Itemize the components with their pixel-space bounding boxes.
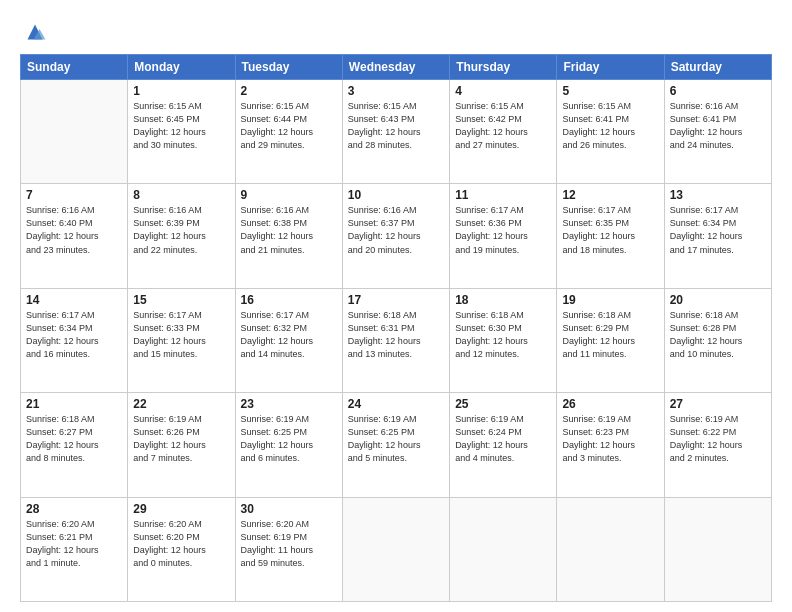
day-number: 23 xyxy=(241,397,337,411)
day-info: Sunrise: 6:19 AM Sunset: 6:24 PM Dayligh… xyxy=(455,413,551,465)
day-info: Sunrise: 6:20 AM Sunset: 6:20 PM Dayligh… xyxy=(133,518,229,570)
header xyxy=(20,18,772,46)
calendar-table: SundayMondayTuesdayWednesdayThursdayFrid… xyxy=(20,54,772,602)
day-info: Sunrise: 6:18 AM Sunset: 6:31 PM Dayligh… xyxy=(348,309,444,361)
calendar-cell xyxy=(557,497,664,601)
day-info: Sunrise: 6:20 AM Sunset: 6:19 PM Dayligh… xyxy=(241,518,337,570)
day-number: 7 xyxy=(26,188,122,202)
calendar-cell: 8Sunrise: 6:16 AM Sunset: 6:39 PM Daylig… xyxy=(128,184,235,288)
calendar-cell: 15Sunrise: 6:17 AM Sunset: 6:33 PM Dayli… xyxy=(128,288,235,392)
day-number: 12 xyxy=(562,188,658,202)
calendar-week-3: 14Sunrise: 6:17 AM Sunset: 6:34 PM Dayli… xyxy=(21,288,772,392)
day-number: 8 xyxy=(133,188,229,202)
calendar-cell: 19Sunrise: 6:18 AM Sunset: 6:29 PM Dayli… xyxy=(557,288,664,392)
day-number: 16 xyxy=(241,293,337,307)
day-info: Sunrise: 6:18 AM Sunset: 6:28 PM Dayligh… xyxy=(670,309,766,361)
day-info: Sunrise: 6:19 AM Sunset: 6:25 PM Dayligh… xyxy=(241,413,337,465)
calendar-cell: 21Sunrise: 6:18 AM Sunset: 6:27 PM Dayli… xyxy=(21,393,128,497)
day-number: 20 xyxy=(670,293,766,307)
day-number: 11 xyxy=(455,188,551,202)
day-info: Sunrise: 6:18 AM Sunset: 6:27 PM Dayligh… xyxy=(26,413,122,465)
calendar-cell xyxy=(664,497,771,601)
calendar-cell xyxy=(450,497,557,601)
day-info: Sunrise: 6:18 AM Sunset: 6:30 PM Dayligh… xyxy=(455,309,551,361)
day-header-friday: Friday xyxy=(557,55,664,80)
day-number: 13 xyxy=(670,188,766,202)
calendar-cell: 16Sunrise: 6:17 AM Sunset: 6:32 PM Dayli… xyxy=(235,288,342,392)
day-number: 18 xyxy=(455,293,551,307)
day-info: Sunrise: 6:15 AM Sunset: 6:44 PM Dayligh… xyxy=(241,100,337,152)
day-header-monday: Monday xyxy=(128,55,235,80)
day-info: Sunrise: 6:15 AM Sunset: 6:43 PM Dayligh… xyxy=(348,100,444,152)
day-info: Sunrise: 6:19 AM Sunset: 6:25 PM Dayligh… xyxy=(348,413,444,465)
calendar-week-2: 7Sunrise: 6:16 AM Sunset: 6:40 PM Daylig… xyxy=(21,184,772,288)
day-number: 6 xyxy=(670,84,766,98)
day-number: 30 xyxy=(241,502,337,516)
calendar-week-5: 28Sunrise: 6:20 AM Sunset: 6:21 PM Dayli… xyxy=(21,497,772,601)
day-number: 28 xyxy=(26,502,122,516)
calendar-cell: 24Sunrise: 6:19 AM Sunset: 6:25 PM Dayli… xyxy=(342,393,449,497)
calendar-cell: 9Sunrise: 6:16 AM Sunset: 6:38 PM Daylig… xyxy=(235,184,342,288)
calendar-cell: 26Sunrise: 6:19 AM Sunset: 6:23 PM Dayli… xyxy=(557,393,664,497)
day-info: Sunrise: 6:17 AM Sunset: 6:34 PM Dayligh… xyxy=(670,204,766,256)
day-number: 9 xyxy=(241,188,337,202)
day-info: Sunrise: 6:19 AM Sunset: 6:26 PM Dayligh… xyxy=(133,413,229,465)
day-number: 29 xyxy=(133,502,229,516)
calendar-cell: 5Sunrise: 6:15 AM Sunset: 6:41 PM Daylig… xyxy=(557,80,664,184)
day-number: 5 xyxy=(562,84,658,98)
logo-icon xyxy=(20,18,50,46)
day-number: 10 xyxy=(348,188,444,202)
day-info: Sunrise: 6:19 AM Sunset: 6:22 PM Dayligh… xyxy=(670,413,766,465)
calendar-cell: 25Sunrise: 6:19 AM Sunset: 6:24 PM Dayli… xyxy=(450,393,557,497)
day-number: 2 xyxy=(241,84,337,98)
day-number: 22 xyxy=(133,397,229,411)
calendar-cell: 10Sunrise: 6:16 AM Sunset: 6:37 PM Dayli… xyxy=(342,184,449,288)
calendar-cell: 28Sunrise: 6:20 AM Sunset: 6:21 PM Dayli… xyxy=(21,497,128,601)
day-header-wednesday: Wednesday xyxy=(342,55,449,80)
day-number: 19 xyxy=(562,293,658,307)
calendar-cell: 17Sunrise: 6:18 AM Sunset: 6:31 PM Dayli… xyxy=(342,288,449,392)
calendar-week-4: 21Sunrise: 6:18 AM Sunset: 6:27 PM Dayli… xyxy=(21,393,772,497)
calendar-cell: 13Sunrise: 6:17 AM Sunset: 6:34 PM Dayli… xyxy=(664,184,771,288)
day-header-sunday: Sunday xyxy=(21,55,128,80)
day-info: Sunrise: 6:16 AM Sunset: 6:41 PM Dayligh… xyxy=(670,100,766,152)
logo xyxy=(20,18,54,46)
day-number: 4 xyxy=(455,84,551,98)
day-header-saturday: Saturday xyxy=(664,55,771,80)
day-number: 1 xyxy=(133,84,229,98)
day-info: Sunrise: 6:17 AM Sunset: 6:33 PM Dayligh… xyxy=(133,309,229,361)
day-info: Sunrise: 6:16 AM Sunset: 6:39 PM Dayligh… xyxy=(133,204,229,256)
day-info: Sunrise: 6:15 AM Sunset: 6:41 PM Dayligh… xyxy=(562,100,658,152)
page: SundayMondayTuesdayWednesdayThursdayFrid… xyxy=(0,0,792,612)
day-info: Sunrise: 6:15 AM Sunset: 6:45 PM Dayligh… xyxy=(133,100,229,152)
day-number: 21 xyxy=(26,397,122,411)
day-info: Sunrise: 6:16 AM Sunset: 6:37 PM Dayligh… xyxy=(348,204,444,256)
day-header-thursday: Thursday xyxy=(450,55,557,80)
calendar-cell: 7Sunrise: 6:16 AM Sunset: 6:40 PM Daylig… xyxy=(21,184,128,288)
calendar-cell: 1Sunrise: 6:15 AM Sunset: 6:45 PM Daylig… xyxy=(128,80,235,184)
day-info: Sunrise: 6:16 AM Sunset: 6:40 PM Dayligh… xyxy=(26,204,122,256)
calendar-header-row: SundayMondayTuesdayWednesdayThursdayFrid… xyxy=(21,55,772,80)
calendar-cell: 11Sunrise: 6:17 AM Sunset: 6:36 PM Dayli… xyxy=(450,184,557,288)
day-number: 27 xyxy=(670,397,766,411)
day-info: Sunrise: 6:17 AM Sunset: 6:36 PM Dayligh… xyxy=(455,204,551,256)
calendar-cell: 20Sunrise: 6:18 AM Sunset: 6:28 PM Dayli… xyxy=(664,288,771,392)
day-info: Sunrise: 6:16 AM Sunset: 6:38 PM Dayligh… xyxy=(241,204,337,256)
day-number: 3 xyxy=(348,84,444,98)
calendar-cell: 27Sunrise: 6:19 AM Sunset: 6:22 PM Dayli… xyxy=(664,393,771,497)
calendar-cell: 29Sunrise: 6:20 AM Sunset: 6:20 PM Dayli… xyxy=(128,497,235,601)
day-number: 17 xyxy=(348,293,444,307)
day-info: Sunrise: 6:17 AM Sunset: 6:32 PM Dayligh… xyxy=(241,309,337,361)
day-number: 14 xyxy=(26,293,122,307)
day-info: Sunrise: 6:20 AM Sunset: 6:21 PM Dayligh… xyxy=(26,518,122,570)
calendar-cell: 23Sunrise: 6:19 AM Sunset: 6:25 PM Dayli… xyxy=(235,393,342,497)
day-header-tuesday: Tuesday xyxy=(235,55,342,80)
calendar-cell xyxy=(21,80,128,184)
day-info: Sunrise: 6:18 AM Sunset: 6:29 PM Dayligh… xyxy=(562,309,658,361)
day-number: 15 xyxy=(133,293,229,307)
day-info: Sunrise: 6:19 AM Sunset: 6:23 PM Dayligh… xyxy=(562,413,658,465)
calendar-cell: 22Sunrise: 6:19 AM Sunset: 6:26 PM Dayli… xyxy=(128,393,235,497)
calendar-cell: 14Sunrise: 6:17 AM Sunset: 6:34 PM Dayli… xyxy=(21,288,128,392)
calendar-cell xyxy=(342,497,449,601)
calendar-cell: 12Sunrise: 6:17 AM Sunset: 6:35 PM Dayli… xyxy=(557,184,664,288)
